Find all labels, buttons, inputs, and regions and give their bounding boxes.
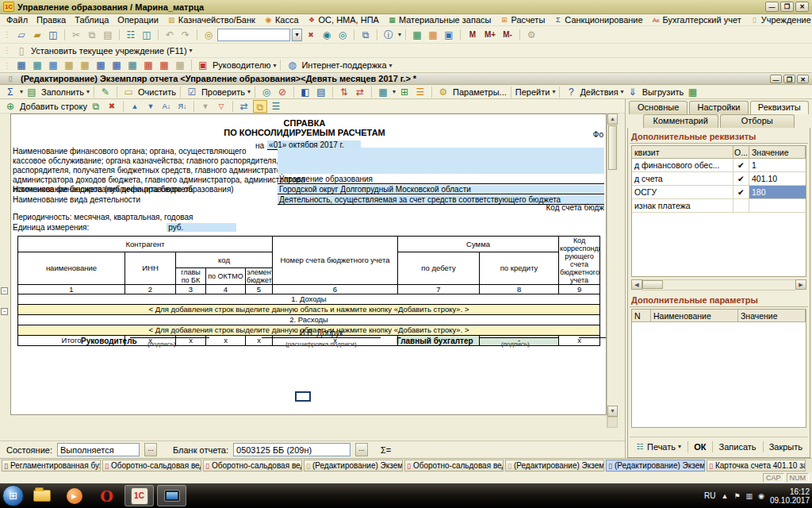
print-icon[interactable]: ☷ — [124, 29, 138, 41]
find-next-icon[interactable]: ◉ — [320, 29, 334, 41]
menu-cash[interactable]: ◉Касса — [264, 15, 299, 25]
requisite-row[interactable]: д счета ✔ 401.10 — [632, 172, 806, 186]
section-expense-row[interactable]: 2. Расходы — [18, 315, 600, 325]
report-shortcut-icon[interactable]: ▦ — [14, 59, 29, 71]
table-settings-icon[interactable]: ▦ — [410, 29, 424, 41]
check-button[interactable]: ☑Проверить▾ — [185, 86, 251, 98]
section-income-row[interactable]: 1. Доходы — [18, 294, 600, 305]
split-panel-icon[interactable]: ◧ — [298, 86, 312, 98]
close-window-button[interactable]: Закрыть — [765, 441, 806, 452]
sort-asc-icon[interactable]: А↓ — [159, 100, 174, 113]
service-icon[interactable]: ⚙ — [524, 29, 538, 41]
window-task-button[interactable]: ▯Оборотно-сальдовая ведом... — [102, 460, 201, 471]
move-up-icon[interactable]: ▲ — [128, 100, 142, 113]
scroll-down-icon[interactable]: ▼ — [607, 406, 618, 417]
collapse-rows-icon[interactable]: ⇅ — [337, 86, 351, 98]
requisite-row-selected[interactable]: ОСГУ ✔ 180 — [632, 186, 806, 199]
report-shortcut-icon[interactable]: ▦ — [141, 59, 155, 71]
window-task-button[interactable]: ▯(Редактирование) Экземпл... — [505, 460, 604, 471]
close-button[interactable]: ✕ — [795, 2, 809, 12]
report-shortcut-icon[interactable]: ▦ — [78, 59, 92, 71]
edit-pencil-icon[interactable]: ✎ — [98, 86, 113, 98]
requisite-row[interactable]: изнак платежа — [632, 199, 806, 213]
window-task-button[interactable]: ▯Регламентированная бухга... — [2, 460, 101, 471]
search-dropdown-icon[interactable]: ▾ — [292, 29, 302, 41]
tab-main[interactable]: Основные — [629, 101, 688, 114]
doc-restore-button[interactable]: ❐ — [783, 75, 795, 83]
budget-value[interactable]: Городской округ Долгопрудный Московской … — [278, 185, 604, 194]
report-shortcut-icon[interactable]: ▦ — [62, 59, 76, 71]
tray-expand-icon[interactable]: ▲ — [722, 492, 729, 500]
explorer-taskbar-icon[interactable] — [27, 485, 56, 506]
row-props-icon[interactable]: ☰ — [269, 100, 283, 113]
add-row-hint-income[interactable]: < Для добавления строк выделите данную о… — [18, 305, 600, 315]
state-picker-button[interactable]: ... — [144, 443, 157, 456]
manager-reports-button[interactable]: ▣ Руководителю▾ — [196, 59, 276, 71]
1c-taskbar-icon[interactable]: 1С — [124, 485, 154, 506]
report-shortcut-icon[interactable]: ▦ — [46, 59, 60, 71]
menu-sanctioning[interactable]: ΣСанкционирование — [553, 15, 642, 25]
report-shortcut-icon[interactable]: ▦ — [125, 59, 140, 71]
add-row-button[interactable]: ⊕Добавить строку — [3, 100, 87, 113]
unit-value-field[interactable]: руб. — [167, 223, 236, 232]
memory-m-button[interactable]: M — [465, 30, 481, 39]
redo-icon[interactable]: ↷ — [178, 29, 193, 41]
search-icon[interactable]: ◎ — [201, 29, 216, 41]
expand-cols-icon[interactable]: ⇄ — [353, 86, 367, 98]
blank-field[interactable]: 0503125 ББ (209н) — [233, 443, 350, 456]
scroll-thumb[interactable] — [608, 125, 617, 170]
undo-icon[interactable]: ↶ — [163, 29, 177, 41]
window-task-button[interactable]: ▯Оборотно-сальдовая ведом... — [203, 460, 302, 471]
memory-mminus-button[interactable]: M- — [500, 30, 515, 39]
copy-fragment-icon[interactable]: ⧉ — [358, 29, 373, 41]
row-list-icon[interactable]: ☰ — [413, 86, 427, 98]
copy-row-icon[interactable]: ⧉ — [89, 100, 103, 113]
doc-minimize-button[interactable]: — — [770, 75, 782, 83]
save-icon[interactable]: ◫ — [46, 29, 60, 41]
copy-icon[interactable]: ⧉ — [85, 29, 99, 41]
collapse-group-icon[interactable]: − — [1, 287, 8, 294]
open-icon[interactable]: ▰ — [30, 29, 44, 41]
scroll-up-icon[interactable]: ▲ — [607, 114, 618, 125]
print-preview-icon[interactable]: ◫ — [140, 29, 154, 41]
find-prev-icon[interactable]: ◎ — [335, 29, 350, 41]
add-section-icon[interactable]: ⊞ — [397, 86, 412, 98]
media-player-taskbar-icon[interactable]: ▶ — [59, 485, 89, 506]
help-icon[interactable]: ? — [564, 86, 578, 98]
zoom-cancel-icon[interactable]: ⊘ — [275, 86, 289, 98]
tray-network-icon[interactable]: ▥ — [746, 492, 753, 500]
info-button[interactable]: ⓘ▾ — [381, 29, 401, 41]
save-button[interactable]: Записать — [715, 441, 760, 452]
vertical-scrollbar[interactable]: ▲ ▼ — [607, 114, 618, 428]
start-button[interactable]: ⊞ — [2, 485, 24, 506]
select-area-icon[interactable]: ⧉ — [253, 100, 267, 113]
ok-button[interactable]: ОК — [690, 441, 710, 452]
report-shortcut-icon[interactable]: ▦ — [30, 59, 44, 71]
menu-file[interactable]: Файл — [6, 15, 28, 25]
cell-selection-cursor[interactable] — [295, 391, 311, 402]
fit-width-icon[interactable]: ⇄ — [237, 100, 251, 113]
calendar-icon[interactable]: ▦ — [426, 29, 440, 41]
set-institution-button[interactable]: ▯ Установить текущее учреждение (F11) ▾ — [14, 44, 193, 57]
memory-mplus-button[interactable]: M+ — [482, 30, 498, 39]
blank-picker-button[interactable]: ... — [355, 443, 368, 456]
users-icon[interactable]: ▣ — [442, 29, 456, 41]
scroll-right-icon[interactable]: ▶ — [795, 279, 806, 290]
export-button[interactable]: ⇓Выгрузить — [626, 86, 684, 98]
report-canvas[interactable]: СПРАВКА ПО КОНСОЛИДИРУЕМЫМ РАСЧЕТАМ Фо н… — [10, 114, 607, 415]
tab-selections[interactable]: Отборы — [720, 114, 795, 128]
new-icon[interactable]: ▱ — [14, 29, 29, 41]
report-shortcut-icon[interactable]: ▦ — [157, 59, 171, 71]
search-input[interactable] — [217, 29, 290, 41]
zoom-icon[interactable]: ◎ — [259, 86, 274, 98]
scroll-thumb[interactable] — [642, 280, 663, 289]
fill-button[interactable]: ▤Заполнить▾ — [25, 86, 90, 98]
menu-os-nma[interactable]: ❖ОС, НМА, НПА — [308, 15, 379, 25]
opera-taskbar-icon[interactable]: O — [92, 485, 121, 506]
window-task-button[interactable]: ▯Карточка счета 401.10 за 2... — [707, 460, 806, 471]
window-task-button[interactable]: ▯(Редактирование) Экземпл... — [304, 460, 403, 471]
minimize-button[interactable]: — — [765, 2, 779, 12]
menu-accounting[interactable]: АкБухгалтерский учет — [652, 15, 741, 25]
horizontal-scrollbar[interactable]: ◀ ▶ — [631, 279, 806, 291]
print-button[interactable]: ☷ Печать▾ — [631, 440, 685, 454]
